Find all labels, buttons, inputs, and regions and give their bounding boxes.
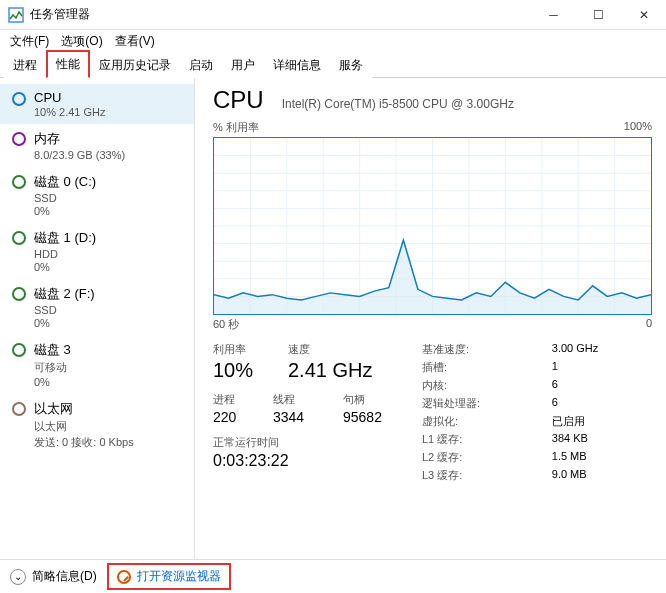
activity-ring-icon [12, 343, 26, 357]
speed-value: 2.41 GHz [288, 359, 372, 382]
tab-app-history[interactable]: 应用历史记录 [90, 52, 180, 78]
activity-ring-icon [12, 132, 26, 146]
close-button[interactable]: ✕ [621, 0, 666, 29]
sidebar-item-2[interactable]: 磁盘 0 (C:)SSD0% [0, 167, 194, 223]
menu-file[interactable]: 文件(F) [6, 31, 53, 52]
sidebar-item-name: 以太网 [34, 400, 134, 418]
fewer-details-label: 简略信息(D) [32, 568, 97, 585]
sidebar-item-3[interactable]: 磁盘 1 (D:)HDD0% [0, 223, 194, 279]
activity-ring-icon [12, 175, 26, 189]
sidebar-item-sub: SSD [34, 304, 95, 316]
sidebar-item-0[interactable]: CPU10% 2.41 GHz [0, 84, 194, 124]
sidebar-item-sub2: 0% [34, 376, 71, 388]
tab-processes[interactable]: 进程 [4, 52, 46, 78]
footer: ⌄ 简略信息(D) 打开资源监视器 [0, 559, 666, 593]
maximize-button[interactable]: ☐ [576, 0, 621, 29]
minimize-button[interactable]: ─ [531, 0, 576, 29]
chart-y-max: 100% [624, 120, 652, 135]
sidebar-item-sub: 10% 2.41 GHz [34, 106, 106, 118]
tab-services[interactable]: 服务 [330, 52, 372, 78]
sidebar-item-1[interactable]: 内存8.0/23.9 GB (33%) [0, 124, 194, 167]
l1-value: 384 KB [552, 432, 652, 447]
l3-value: 9.0 MB [552, 468, 652, 483]
sidebar-item-sub: HDD [34, 248, 96, 260]
activity-ring-icon [12, 402, 26, 416]
sidebar-item-name: 内存 [34, 130, 125, 148]
handle-label: 句柄 [343, 392, 365, 407]
tab-users[interactable]: 用户 [222, 52, 264, 78]
main-panel: CPU Intel(R) Core(TM) i5-8500 CPU @ 3.00… [195, 78, 666, 559]
thread-label: 线程 [273, 392, 323, 407]
sidebar-item-sub: 以太网 [34, 419, 134, 434]
sidebar-item-name: 磁盘 2 (F:) [34, 285, 95, 303]
resource-monitor-icon [117, 570, 131, 584]
tab-details[interactable]: 详细信息 [264, 52, 330, 78]
sockets-label: 插槽: [422, 360, 534, 375]
sidebar-item-name: CPU [34, 90, 106, 105]
open-resource-monitor-label: 打开资源监视器 [137, 568, 221, 585]
thread-value: 3344 [273, 409, 323, 425]
virt-value: 已启用 [552, 414, 652, 429]
sidebar-item-sub2: 发送: 0 接收: 0 Kbps [34, 435, 134, 450]
util-value: 10% [213, 359, 268, 382]
tab-startup[interactable]: 启动 [180, 52, 222, 78]
sidebar-item-name: 磁盘 1 (D:) [34, 229, 96, 247]
util-label: 利用率 [213, 342, 268, 357]
chart-x-right: 0 [646, 317, 652, 332]
uptime-value: 0:03:23:22 [213, 452, 382, 470]
tab-performance[interactable]: 性能 [46, 50, 90, 78]
proc-value: 220 [213, 409, 253, 425]
menu-options[interactable]: 选项(O) [57, 31, 106, 52]
chevron-down-icon: ⌄ [10, 569, 26, 585]
speed-label: 速度 [288, 342, 310, 357]
cpu-model: Intel(R) Core(TM) i5-8500 CPU @ 3.00GHz [282, 97, 514, 111]
cores-label: 内核: [422, 378, 534, 393]
fewer-details-button[interactable]: ⌄ 简略信息(D) [10, 568, 97, 585]
virt-label: 虚拟化: [422, 414, 534, 429]
lproc-label: 逻辑处理器: [422, 396, 534, 411]
app-icon [8, 7, 24, 23]
page-title: CPU [213, 86, 264, 114]
sidebar-item-sub: SSD [34, 192, 96, 204]
activity-ring-icon [12, 287, 26, 301]
menu-view[interactable]: 查看(V) [111, 31, 159, 52]
window-title: 任务管理器 [30, 6, 531, 23]
l2-value: 1.5 MB [552, 450, 652, 465]
activity-ring-icon [12, 92, 26, 106]
sockets-value: 1 [552, 360, 652, 375]
l2-label: L2 缓存: [422, 450, 534, 465]
handle-value: 95682 [343, 409, 382, 425]
sidebar-item-sub: 可移动 [34, 360, 71, 375]
tabs: 进程 性能 应用历史记录 启动 用户 详细信息 服务 [0, 52, 666, 78]
cores-value: 6 [552, 378, 652, 393]
lproc-value: 6 [552, 396, 652, 411]
sidebar-item-name: 磁盘 0 (C:) [34, 173, 96, 191]
open-resource-monitor-link[interactable]: 打开资源监视器 [107, 563, 231, 590]
cpu-chart [213, 137, 652, 315]
sidebar-item-sub2: 0% [34, 317, 95, 329]
base-speed-value: 3.00 GHz [552, 342, 652, 357]
sidebar-item-name: 磁盘 3 [34, 341, 71, 359]
sidebar-item-5[interactable]: 磁盘 3可移动0% [0, 335, 194, 394]
activity-ring-icon [12, 231, 26, 245]
sidebar-item-4[interactable]: 磁盘 2 (F:)SSD0% [0, 279, 194, 335]
menubar: 文件(F) 选项(O) 查看(V) [0, 30, 666, 52]
chart-x-left: 60 秒 [213, 317, 239, 332]
l1-label: L1 缓存: [422, 432, 534, 447]
sidebar-item-sub2: 0% [34, 261, 96, 273]
l3-label: L3 缓存: [422, 468, 534, 483]
sidebar-item-sub2: 0% [34, 205, 96, 217]
sidebar-item-sub: 8.0/23.9 GB (33%) [34, 149, 125, 161]
proc-label: 进程 [213, 392, 253, 407]
base-speed-label: 基准速度: [422, 342, 534, 357]
sidebar: CPU10% 2.41 GHz内存8.0/23.9 GB (33%)磁盘 0 (… [0, 78, 195, 559]
chart-y-label: % 利用率 [213, 120, 259, 135]
sidebar-item-6[interactable]: 以太网以太网发送: 0 接收: 0 Kbps [0, 394, 194, 456]
uptime-label: 正常运行时间 [213, 435, 382, 450]
titlebar: 任务管理器 ─ ☐ ✕ [0, 0, 666, 30]
